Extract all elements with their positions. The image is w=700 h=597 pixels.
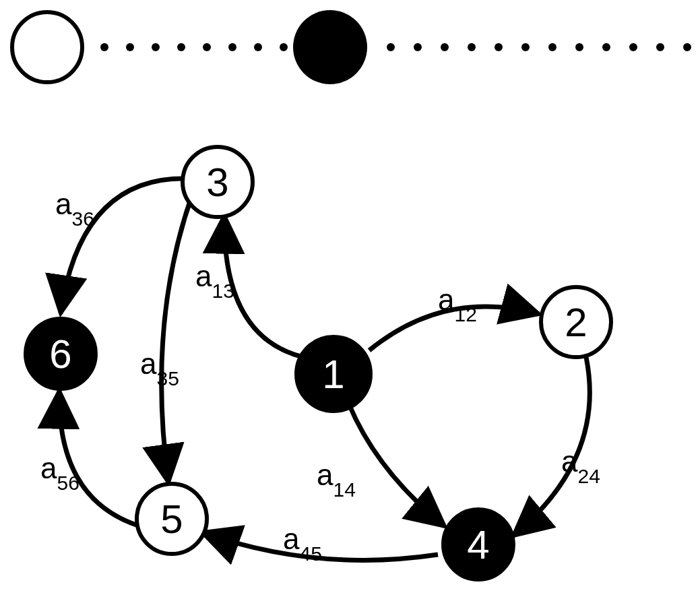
svg-point-6	[254, 43, 262, 51]
edge-a13	[224, 216, 303, 357]
legend-node-black	[293, 10, 367, 84]
edge-label-a56: a56	[40, 451, 79, 494]
node-4-label: 4	[467, 522, 489, 567]
svg-point-0	[100, 43, 108, 51]
graph-diagram: a12 a13 a14 a24 a45 a35 a56	[0, 0, 700, 597]
node-2: 2	[541, 287, 611, 357]
svg-point-1	[126, 43, 134, 51]
svg-point-11	[468, 43, 476, 51]
svg-point-19	[683, 43, 691, 51]
node-2-label: 2	[565, 300, 587, 345]
node-5-label: 5	[160, 497, 183, 542]
node-3-label: 3	[206, 160, 228, 205]
legend-dots-right	[387, 43, 691, 51]
svg-point-10	[441, 43, 449, 51]
edge-label-a35: a35	[140, 347, 179, 389]
svg-point-9	[414, 43, 422, 51]
legend-dots-left	[100, 43, 288, 51]
node-3: 3	[183, 147, 253, 217]
svg-point-16	[602, 43, 610, 51]
edge-label-a36: a36	[55, 187, 94, 230]
legend	[12, 10, 691, 84]
node-6-label: 6	[49, 332, 71, 377]
edge-a14	[349, 404, 445, 526]
svg-point-12	[495, 43, 503, 51]
edge-label-a12: a12	[438, 283, 477, 325]
edge-a35	[162, 195, 192, 482]
edge-label-a14: a14	[317, 458, 356, 501]
svg-point-4	[203, 43, 211, 51]
svg-point-8	[387, 43, 395, 51]
node-6: 6	[26, 319, 96, 389]
edge-a24	[513, 357, 590, 536]
svg-point-17	[629, 43, 637, 51]
node-1: 1	[296, 337, 371, 411]
svg-point-15	[575, 43, 583, 51]
svg-point-14	[548, 43, 556, 51]
svg-point-7	[280, 43, 288, 51]
node-4: 4	[443, 509, 513, 579]
svg-point-3	[177, 43, 185, 51]
node-5: 5	[137, 484, 207, 554]
svg-point-2	[152, 43, 160, 51]
edge-a56	[59, 391, 138, 526]
edge-label-a45: a45	[283, 522, 322, 565]
svg-point-13	[521, 43, 530, 51]
node-1-label: 1	[322, 352, 344, 397]
legend-node-white	[12, 12, 82, 82]
svg-point-5	[228, 43, 236, 51]
svg-point-18	[656, 43, 664, 51]
